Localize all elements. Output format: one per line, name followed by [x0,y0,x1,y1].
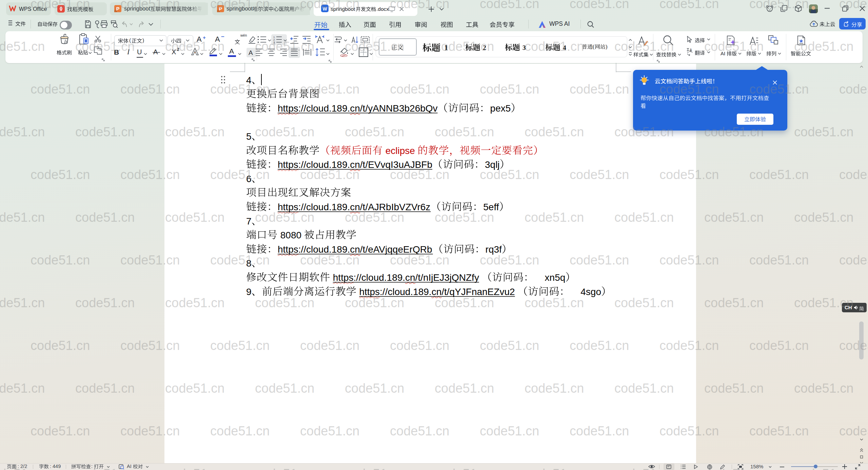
svg-text:5: 5 [246,131,252,142]
svg-text:8080: 8080 [278,230,304,240]
svg-text:xn5q: xn5q [545,272,566,283]
svg-text:4sgo: 4sgo [580,287,601,297]
svg-text:https://cloud.189.cn/t/nIjEJ3j: https://cloud.189.cn/t/nIjEJ3jQNZfy [333,272,479,283]
svg-text:W: W [322,6,327,12]
svg-text:eclipse: eclipse [383,145,418,156]
svg-text:https://cloud.189.cn/t/yANNB3b: https://cloud.189.cn/t/yANNB3b26bQv [278,103,438,114]
svg-text:https://cloud.189.cn/t/qYJFnan: https://cloud.189.cn/t/qYJFnanEZvu2 [359,287,515,297]
svg-text:9: 9 [246,287,252,297]
svg-text:rq3f: rq3f [486,244,502,255]
svg-text:3qlj: 3qlj [485,159,500,170]
svg-text:5eff: 5eff [483,202,499,212]
svg-text:pex5: pex5 [490,103,511,114]
svg-text:6: 6 [246,174,252,184]
svg-text:4: 4 [246,75,252,85]
svg-text:https://cloud.189.cn/t/AJRbIbV: https://cloud.189.cn/t/AJRbIbVZVr6z [278,202,430,212]
svg-text:8: 8 [246,258,252,269]
svg-text:7: 7 [246,216,252,227]
svg-text:https://cloud.189.cn/t/eAVjqqe: https://cloud.189.cn/t/eAVjqqeErQRb [278,244,432,255]
svg-text:https://cloud.189.cn/t/EVvqI3u: https://cloud.189.cn/t/EVvqI3uAJBFb [278,159,432,170]
svg-text:3: 3 [273,41,275,43]
svg-text:P: P [116,6,119,12]
svg-text:P: P [219,6,222,12]
